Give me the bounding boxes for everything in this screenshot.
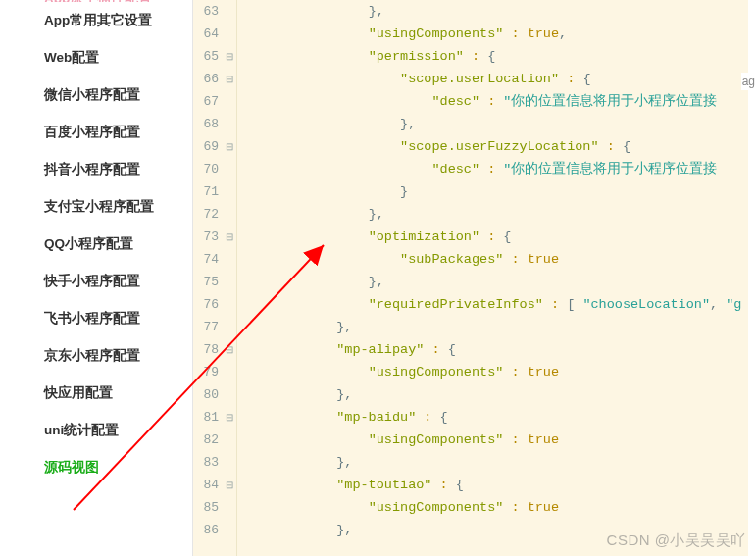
line-number: 73 xyxy=(193,226,223,248)
line-number: 68 xyxy=(193,113,223,135)
sidebar-item[interactable]: App常用其它设置 xyxy=(0,2,192,39)
line-number: 66 xyxy=(193,68,223,90)
gutter-row: 69⊟ xyxy=(193,135,236,158)
gutter-row: 77 xyxy=(193,316,236,338)
sidebar-item[interactable]: 快应用配置 xyxy=(0,375,192,412)
sidebar-item[interactable]: Web配置 xyxy=(0,39,192,76)
code-line[interactable]: "requiredPrivateInfos" : [ "chooseLocati… xyxy=(241,293,752,316)
code-line[interactable]: "optimization" : { xyxy=(241,226,752,248)
sidebar-item[interactable]: App原生插件配置 xyxy=(0,0,192,2)
gutter-row: 83 xyxy=(193,451,236,474)
gutter-row: 66⊟ xyxy=(193,68,236,90)
line-number: 79 xyxy=(193,361,223,383)
sidebar-item[interactable]: 百度小程序配置 xyxy=(0,114,192,151)
code-line[interactable]: "usingComponents" : true xyxy=(241,361,752,383)
code-line[interactable]: }, xyxy=(241,113,752,135)
code-line[interactable]: } xyxy=(241,180,752,203)
sidebar-item[interactable]: 微信小程序配置 xyxy=(0,76,192,114)
code-line[interactable]: "usingComponents" : true xyxy=(241,429,752,451)
fold-icon[interactable]: ⊟ xyxy=(223,68,236,90)
gutter-row: 74 xyxy=(193,248,236,271)
gutter-row: 84⊟ xyxy=(193,474,236,496)
gutter-row: 63 xyxy=(193,0,236,23)
fold-icon[interactable]: ⊟ xyxy=(223,406,236,429)
gutter-row: 86 xyxy=(193,519,236,541)
fold-icon[interactable]: ⊟ xyxy=(223,226,236,248)
code-line[interactable]: "scope.userLocation" : { xyxy=(241,68,752,90)
code-content[interactable]: }, "usingComponents" : true, "permission… xyxy=(237,0,756,556)
line-number: 78 xyxy=(193,338,223,361)
gutter-row: 85 xyxy=(193,496,236,519)
sidebar-item[interactable]: 抖音小程序配置 xyxy=(0,151,192,188)
code-line[interactable]: "desc" : "你的位置信息将用于小程序位置接 xyxy=(241,158,752,180)
line-number: 84 xyxy=(193,474,223,496)
code-line[interactable]: "desc" : "你的位置信息将用于小程序位置接 xyxy=(241,90,752,113)
gutter-row: 64 xyxy=(193,23,236,45)
line-number: 64 xyxy=(193,23,223,45)
sidebar-item[interactable]: 源码视图 xyxy=(0,449,192,486)
sidebar-item[interactable]: 京东小程序配置 xyxy=(0,337,192,375)
gutter-row: 78⊟ xyxy=(193,338,236,361)
code-editor[interactable]: 636465⊟66⊟676869⊟70717273⊟7475767778⊟798… xyxy=(193,0,756,556)
line-number: 77 xyxy=(193,316,223,338)
line-number: 83 xyxy=(193,451,223,474)
line-number: 71 xyxy=(193,180,223,203)
fold-icon[interactable]: ⊟ xyxy=(223,474,236,496)
gutter-row: 67 xyxy=(193,90,236,113)
sidebar-item[interactable]: 支付宝小程序配置 xyxy=(0,188,192,226)
gutter-row: 72 xyxy=(193,203,236,226)
line-number: 76 xyxy=(193,293,223,316)
gutter-row: 68 xyxy=(193,113,236,135)
sidebar-item[interactable]: 快手小程序配置 xyxy=(0,263,192,300)
gutter-row: 73⊟ xyxy=(193,226,236,248)
code-line[interactable]: }, xyxy=(241,271,752,293)
line-number: 75 xyxy=(193,271,223,293)
gutter-row: 82 xyxy=(193,429,236,451)
code-line[interactable]: }, xyxy=(241,0,752,23)
code-line[interactable]: "mp-alipay" : { xyxy=(241,338,752,361)
line-number: 86 xyxy=(193,519,223,541)
line-number: 70 xyxy=(193,158,223,180)
line-number: 82 xyxy=(193,429,223,451)
sidebar-item[interactable]: 飞书小程序配置 xyxy=(0,300,192,337)
watermark: CSDN @小吴吴吴吖 xyxy=(607,531,746,550)
line-number: 74 xyxy=(193,248,223,271)
line-number: 85 xyxy=(193,496,223,519)
code-line[interactable]: "usingComponents" : true, xyxy=(241,23,752,45)
sidebar-item[interactable]: uni统计配置 xyxy=(0,412,192,449)
gutter-row: 75 xyxy=(193,271,236,293)
code-line[interactable]: }, xyxy=(241,451,752,474)
line-number: 81 xyxy=(193,406,223,429)
line-number: 65 xyxy=(193,45,223,68)
gutter-row: 71 xyxy=(193,180,236,203)
gutter-row: 81⊟ xyxy=(193,406,236,429)
gutter-row: 76 xyxy=(193,293,236,316)
code-line[interactable]: "mp-toutiao" : { xyxy=(241,474,752,496)
line-number: 72 xyxy=(193,203,223,226)
code-line[interactable]: }, xyxy=(241,383,752,406)
fold-icon[interactable]: ⊟ xyxy=(223,135,236,158)
code-line[interactable]: "mp-baidu" : { xyxy=(241,406,752,429)
code-line[interactable]: }, xyxy=(241,203,752,226)
gutter-row: 80 xyxy=(193,383,236,406)
gutter-row: 70 xyxy=(193,158,236,180)
code-line[interactable]: "scope.userFuzzyLocation" : { xyxy=(241,135,752,158)
line-number: 67 xyxy=(193,90,223,113)
gutter-row: 79 xyxy=(193,361,236,383)
code-line[interactable]: }, xyxy=(241,316,752,338)
fold-icon[interactable]: ⊟ xyxy=(223,45,236,68)
line-number: 80 xyxy=(193,383,223,406)
line-number: 63 xyxy=(193,0,223,23)
code-line[interactable]: "usingComponents" : true xyxy=(241,496,752,519)
line-number: 69 xyxy=(193,135,223,158)
settings-sidebar: App原生插件配置App常用其它设置Web配置微信小程序配置百度小程序配置抖音小… xyxy=(0,0,193,556)
code-line[interactable]: "permission" : { xyxy=(241,45,752,68)
fold-icon[interactable]: ⊟ xyxy=(223,338,236,361)
gutter-row: 65⊟ xyxy=(193,45,236,68)
sidebar-item[interactable]: QQ小程序配置 xyxy=(0,226,192,263)
gutter: 636465⊟66⊟676869⊟70717273⊟7475767778⊟798… xyxy=(193,0,237,556)
code-line[interactable]: "subPackages" : true xyxy=(241,248,752,271)
truncated-label: ag xyxy=(741,73,756,90)
